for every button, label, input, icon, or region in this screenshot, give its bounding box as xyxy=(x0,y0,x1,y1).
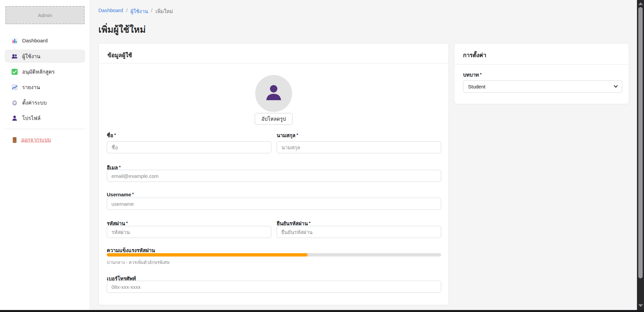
settings-card-title: การตั้งค่า xyxy=(463,50,486,60)
scrollbar-thumb[interactable] xyxy=(638,7,643,278)
settings-card: การตั้งค่า บทบาท* Student xyxy=(454,43,629,104)
sidebar: Admin Dashboard ผู้ใช้งาน อนุมัติหลักสูต… xyxy=(0,0,90,310)
person-icon xyxy=(11,115,18,121)
check-icon xyxy=(11,69,18,75)
sidebar-item-label: โปรไฟล์ xyxy=(22,114,41,122)
sidebar-item-label: ผู้ใช้งาน xyxy=(22,52,40,61)
page-title: เพิ่มผู้ใช้ใหม่ xyxy=(98,22,146,37)
breadcrumb-separator: / xyxy=(151,7,152,15)
bar-chart-icon xyxy=(11,38,18,44)
sidebar-item-reports[interactable]: รายงาน xyxy=(5,80,85,94)
sidebar-item-profile[interactable]: โปรไฟล์ xyxy=(5,111,85,125)
sidebar-item-label: รายงาน xyxy=(22,83,40,91)
last-name-input[interactable] xyxy=(277,141,441,153)
required-asterisk: * xyxy=(132,192,134,197)
role-select[interactable]: Student xyxy=(463,80,622,93)
breadcrumb: Dashboard / ผู้ใช้งาน / เพิ่มใหม่ xyxy=(98,7,173,15)
sidebar-item-system-settings[interactable]: ตั้งค่าระบบ xyxy=(5,96,85,109)
trend-icon xyxy=(11,84,18,90)
scrollbar-down-arrow-icon[interactable] xyxy=(638,304,643,307)
first-name-label: ชื่อ* xyxy=(107,131,271,140)
breadcrumb-dashboard[interactable]: Dashboard xyxy=(98,7,123,15)
last-name-label: นามสกุล* xyxy=(277,131,441,140)
first-name-input[interactable] xyxy=(107,141,271,153)
user-info-card: ข้อมูลผู้ใช้ อัปโหลดรูป ชื่อ* นามสกุล* อ… xyxy=(98,43,449,305)
scrollbar-up-arrow-icon[interactable] xyxy=(638,2,643,5)
required-asterisk: * xyxy=(480,72,481,77)
sidebar-divider xyxy=(5,129,85,129)
required-asterisk: * xyxy=(309,221,311,226)
sidebar-item-course-approval[interactable]: อนุมัติหลักสูตร xyxy=(5,65,85,78)
sidebar-item-label: อนุมัติหลักสูตร xyxy=(22,68,55,76)
avatar xyxy=(255,75,292,112)
breadcrumb-separator: / xyxy=(126,7,127,15)
username-input[interactable] xyxy=(107,198,441,210)
sidebar-nav: Dashboard ผู้ใช้งาน อนุมัติหลักสูตร รายง… xyxy=(0,34,90,125)
card-divider xyxy=(454,64,629,65)
required-asterisk: * xyxy=(126,221,128,226)
main-content: Dashboard / ผู้ใช้งาน / เพิ่มใหม่ เพิ่มผ… xyxy=(90,0,637,310)
door-icon xyxy=(11,137,18,143)
breadcrumb-users[interactable]: ผู้ใช้งาน xyxy=(131,7,148,15)
sidebar-item-users[interactable]: ผู้ใช้งาน xyxy=(5,49,85,63)
logout-link[interactable]: ออกจากระบบ xyxy=(11,136,51,144)
admin-logo-placeholder: Admin xyxy=(5,6,85,24)
sidebar-item-dashboard[interactable]: Dashboard xyxy=(5,34,85,47)
required-asterisk: * xyxy=(296,132,298,138)
users-icon xyxy=(11,53,18,60)
person-silhouette-icon xyxy=(264,83,283,104)
admin-logo-label: Admin xyxy=(38,12,52,18)
phone-input[interactable] xyxy=(107,281,441,293)
user-card-title: ข้อมูลผู้ใช้ xyxy=(107,50,132,60)
username-label: Username* xyxy=(107,192,441,197)
vertical-scrollbar[interactable] xyxy=(637,0,644,310)
breadcrumb-current: เพิ่มใหม่ xyxy=(155,7,173,15)
password-strength-bar xyxy=(107,253,441,257)
password-strength-fill xyxy=(107,253,308,257)
taskbar-edge xyxy=(0,310,644,312)
role-select-wrap: Student xyxy=(463,80,622,93)
confirm-password-input[interactable] xyxy=(277,226,441,238)
role-label: บทบาท* xyxy=(463,71,481,79)
sidebar-item-label: Dashboard xyxy=(22,38,48,44)
card-divider xyxy=(99,63,449,64)
sidebar-item-label: ตั้งค่าระบบ xyxy=(22,99,47,107)
gear-icon xyxy=(11,100,18,106)
upload-photo-button[interactable]: อัปโหลดรูป xyxy=(255,113,293,125)
logout-label: ออกจากระบบ xyxy=(21,136,51,144)
password-strength-hint: ปานกลาง - ควรเพิ่มตัวอักษรพิเศษ xyxy=(107,259,170,266)
password-input[interactable] xyxy=(107,226,271,238)
required-asterisk: * xyxy=(119,165,121,170)
required-asterisk: * xyxy=(114,132,116,138)
email-input[interactable] xyxy=(107,170,441,182)
